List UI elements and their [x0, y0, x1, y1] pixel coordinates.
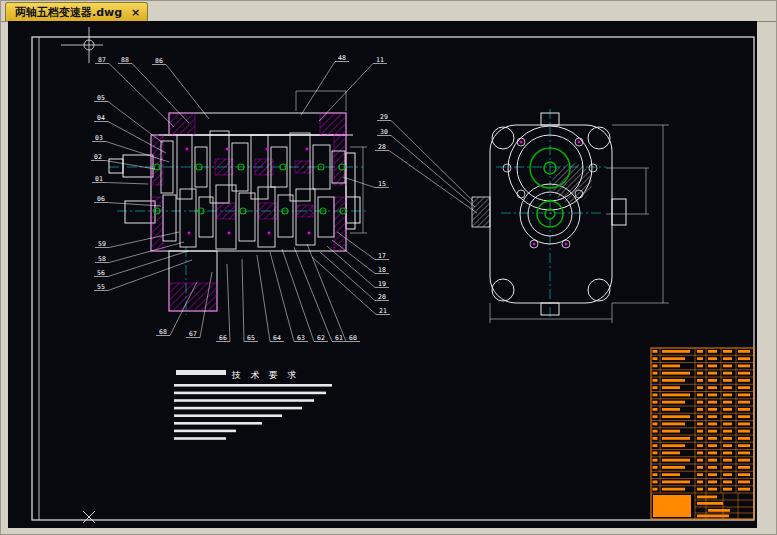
svg-text:59: 59	[98, 240, 106, 248]
document-tab[interactable]: 两轴五档变速器.dwg ×	[5, 2, 148, 21]
svg-text:56: 56	[97, 269, 105, 277]
parts-list-table	[651, 348, 754, 519]
svg-text:88: 88	[121, 56, 129, 64]
gearbox-section-view	[109, 91, 369, 315]
tab-close-icon[interactable]: ×	[131, 7, 140, 18]
tab-bar: 两轴五档变速器.dwg ×	[1, 1, 776, 22]
svg-text:60: 60	[349, 334, 357, 342]
svg-text:02: 02	[94, 153, 102, 161]
svg-text:04: 04	[97, 114, 105, 122]
svg-text:87: 87	[98, 56, 106, 64]
svg-text:03: 03	[95, 134, 103, 142]
svg-text:61: 61	[335, 334, 343, 342]
drawing-frame	[32, 37, 754, 520]
svg-text:05: 05	[97, 94, 105, 102]
technical-requirements: 技 术 要 求	[174, 370, 332, 440]
svg-text:19: 19	[378, 280, 386, 288]
svg-text:58: 58	[98, 255, 106, 263]
hatched-sector	[552, 163, 592, 203]
svg-text:15: 15	[378, 180, 386, 188]
svg-text:29: 29	[380, 113, 388, 121]
corner-cross-icon	[83, 511, 95, 523]
svg-text:66: 66	[219, 334, 227, 342]
dimension-lines	[490, 125, 669, 323]
ucs-icon	[61, 27, 103, 63]
svg-text:17: 17	[378, 252, 386, 260]
svg-text:64: 64	[273, 334, 281, 342]
document-tab-label: 两轴五档变速器.dwg	[15, 5, 122, 20]
svg-text:55: 55	[97, 283, 105, 291]
svg-text:65: 65	[247, 334, 255, 342]
cad-application-window: 两轴五档变速器.dwg ×	[0, 0, 777, 535]
svg-text:21: 21	[379, 307, 387, 315]
svg-text:48: 48	[338, 54, 346, 62]
svg-text:68: 68	[159, 328, 167, 336]
drawing-canvas[interactable]: 技 术 要 求 87888648110504030201065958565568…	[8, 21, 757, 528]
gearbox-end-view	[472, 109, 669, 323]
svg-text:01: 01	[95, 175, 103, 183]
svg-text:18: 18	[378, 266, 386, 274]
svg-text:86: 86	[155, 57, 163, 65]
svg-text:62: 62	[317, 334, 325, 342]
svg-text:30: 30	[380, 128, 388, 136]
svg-text:67: 67	[189, 330, 197, 338]
svg-text:20: 20	[378, 293, 386, 301]
svg-text:06: 06	[97, 195, 105, 203]
part-callouts: 8788864811050403020106595856556867666564…	[91, 54, 477, 342]
technical-requirements-title: 技 术 要 求	[231, 370, 298, 380]
svg-text:11: 11	[376, 56, 384, 64]
svg-text:28: 28	[378, 143, 386, 151]
svg-text:63: 63	[297, 334, 305, 342]
